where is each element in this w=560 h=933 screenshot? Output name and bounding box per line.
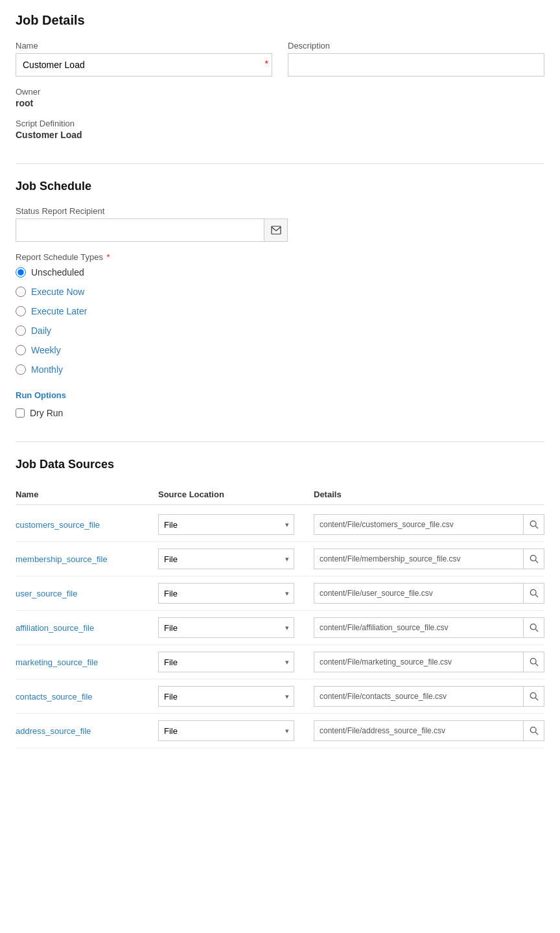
email-icon-button[interactable] — [264, 218, 288, 242]
source-location-select-4[interactable]: File — [158, 652, 294, 672]
details-input-3[interactable] — [314, 617, 524, 638]
name-input[interactable] — [16, 53, 272, 77]
name-form-group: Name * — [16, 41, 272, 77]
description-form-group: Description — [288, 41, 544, 77]
search-button-2[interactable] — [524, 583, 544, 604]
search-button-6[interactable] — [524, 720, 544, 741]
radio-item-execute-now[interactable]: Execute Now — [16, 287, 544, 297]
data-sources-table-body: customers_source_fileFile▾ membership_so… — [16, 508, 544, 748]
search-icon — [530, 554, 539, 563]
details-input-0[interactable] — [314, 514, 524, 535]
job-schedule-title: Job Schedule — [16, 180, 544, 193]
details-input-6[interactable] — [314, 720, 524, 741]
envelope-icon — [271, 226, 281, 235]
section-divider-1 — [16, 163, 544, 164]
details-input-4[interactable] — [314, 652, 524, 672]
source-location-select-2[interactable]: File — [158, 583, 294, 604]
name-required-star: * — [265, 58, 268, 69]
owner-label: Owner — [16, 87, 544, 97]
status-recipient-label: Status Report Recipient — [16, 206, 544, 216]
search-button-5[interactable] — [524, 686, 544, 707]
row-name-4[interactable]: marketing_source_file — [16, 657, 158, 667]
search-icon — [530, 623, 539, 632]
schedule-types-radio-group: UnscheduledExecute NowExecute LaterDaily… — [16, 267, 544, 375]
table-row: user_source_fileFile▾ — [16, 576, 544, 611]
row-name-5[interactable]: contacts_source_file — [16, 692, 158, 702]
radio-execute-later[interactable] — [16, 306, 26, 316]
source-select-wrapper-6: File▾ — [158, 720, 294, 741]
svg-line-4 — [535, 560, 538, 563]
radio-weekly[interactable] — [16, 345, 26, 355]
row-name-6[interactable]: address_source_file — [16, 726, 158, 736]
svg-point-11 — [530, 692, 536, 698]
svg-rect-0 — [272, 226, 281, 234]
svg-point-7 — [530, 624, 536, 630]
svg-point-1 — [530, 521, 536, 526]
search-button-4[interactable] — [524, 652, 544, 672]
svg-line-2 — [535, 526, 538, 528]
row-name-0[interactable]: customers_source_file — [16, 520, 158, 530]
details-wrapper-1 — [314, 549, 544, 569]
job-details-section: Job Details Name * Description Owner roo… — [16, 13, 544, 140]
radio-daily[interactable] — [16, 325, 26, 336]
search-button-0[interactable] — [524, 514, 544, 535]
source-location-select-5[interactable]: File — [158, 686, 294, 707]
radio-execute-now[interactable] — [16, 287, 26, 297]
table-row: contacts_source_fileFile▾ — [16, 679, 544, 714]
table-row: address_source_fileFile▾ — [16, 714, 544, 748]
source-location-select-6[interactable]: File — [158, 720, 294, 741]
svg-point-13 — [530, 727, 536, 733]
radio-unscheduled[interactable] — [16, 267, 26, 278]
radio-item-daily[interactable]: Daily — [16, 325, 544, 336]
script-def-label: Script Definition — [16, 119, 544, 128]
radio-item-monthly[interactable]: Monthly — [16, 364, 544, 375]
name-label: Name — [16, 41, 272, 51]
status-recipient-input[interactable] — [16, 218, 264, 242]
svg-line-6 — [535, 595, 538, 597]
source-select-wrapper-3: File▾ — [158, 617, 294, 638]
radio-item-weekly[interactable]: Weekly — [16, 345, 544, 355]
description-input[interactable] — [288, 53, 544, 77]
radio-label-monthly: Monthly — [31, 364, 63, 375]
row-name-3[interactable]: affiliation_source_file — [16, 623, 158, 633]
search-icon — [530, 657, 539, 667]
row-name-1[interactable]: membership_source_file — [16, 554, 158, 564]
search-icon — [530, 520, 539, 529]
schedule-required-star: * — [107, 252, 110, 262]
details-input-5[interactable] — [314, 686, 524, 707]
details-input-2[interactable] — [314, 583, 524, 604]
source-select-wrapper-2: File▾ — [158, 583, 294, 604]
search-icon — [530, 692, 539, 701]
svg-point-5 — [530, 589, 536, 595]
job-data-sources-section: Job Data Sources NameSource LocationDeta… — [16, 458, 544, 748]
status-recipient-row: Status Report Recipient — [16, 206, 544, 242]
radio-monthly[interactable] — [16, 364, 26, 375]
svg-line-8 — [535, 629, 538, 632]
radio-label-execute-later: Execute Later — [31, 306, 87, 316]
radio-item-execute-later[interactable]: Execute Later — [16, 306, 544, 316]
table-row: affiliation_source_fileFile▾ — [16, 611, 544, 645]
svg-line-12 — [535, 698, 538, 700]
script-def-value: Customer Load — [16, 130, 544, 140]
radio-item-unscheduled[interactable]: Unscheduled — [16, 267, 544, 278]
source-location-select-1[interactable]: File — [158, 549, 294, 569]
source-location-select-3[interactable]: File — [158, 617, 294, 638]
details-input-1[interactable] — [314, 549, 524, 569]
search-button-3[interactable] — [524, 617, 544, 638]
job-details-title: Job Details — [16, 13, 544, 28]
radio-label-daily: Daily — [31, 325, 51, 336]
radio-label-weekly: Weekly — [31, 345, 61, 355]
run-options-section: Run Options Dry Run — [16, 390, 544, 418]
source-select-wrapper-4: File▾ — [158, 652, 294, 672]
run-options-title: Run Options — [16, 390, 544, 400]
search-icon — [530, 726, 539, 735]
details-wrapper-5 — [314, 686, 544, 707]
schedule-types-label: Report Schedule Types * — [16, 252, 544, 262]
svg-line-14 — [535, 732, 538, 735]
source-location-select-0[interactable]: File — [158, 514, 294, 535]
search-button-1[interactable] — [524, 549, 544, 569]
dry-run-checkbox-label[interactable]: Dry Run — [16, 408, 544, 418]
row-name-2[interactable]: user_source_file — [16, 589, 158, 598]
name-input-wrapper: * — [16, 53, 272, 77]
dry-run-checkbox[interactable] — [16, 408, 25, 418]
